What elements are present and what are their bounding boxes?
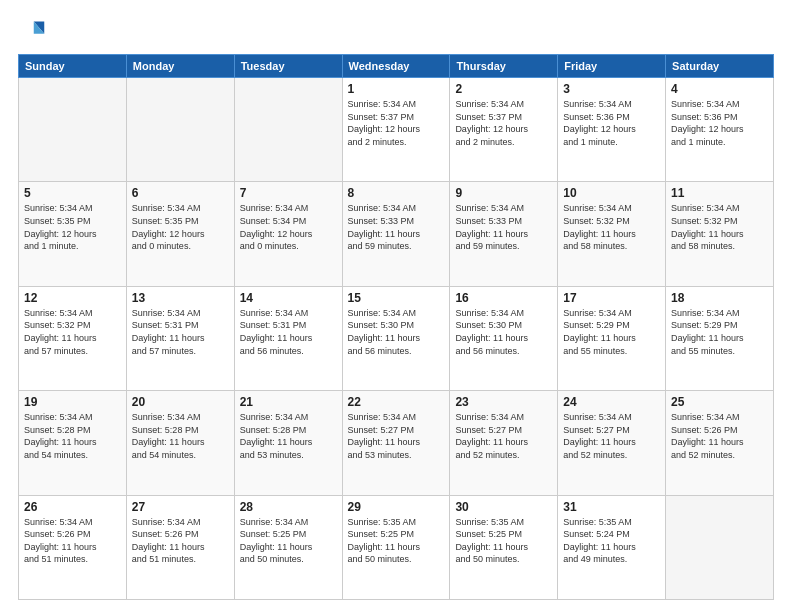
cell-info: Sunrise: 5:34 AM Sunset: 5:27 PM Dayligh…	[348, 411, 445, 461]
cell-info: Sunrise: 5:34 AM Sunset: 5:27 PM Dayligh…	[563, 411, 660, 461]
cell-info: Sunrise: 5:35 AM Sunset: 5:25 PM Dayligh…	[455, 516, 552, 566]
calendar-cell: 30Sunrise: 5:35 AM Sunset: 5:25 PM Dayli…	[450, 495, 558, 599]
cell-info: Sunrise: 5:34 AM Sunset: 5:27 PM Dayligh…	[455, 411, 552, 461]
calendar-week-4: 19Sunrise: 5:34 AM Sunset: 5:28 PM Dayli…	[19, 391, 774, 495]
day-number: 19	[24, 395, 121, 409]
cell-info: Sunrise: 5:35 AM Sunset: 5:25 PM Dayligh…	[348, 516, 445, 566]
day-number: 1	[348, 82, 445, 96]
day-header-monday: Monday	[126, 55, 234, 78]
calendar-cell: 28Sunrise: 5:34 AM Sunset: 5:25 PM Dayli…	[234, 495, 342, 599]
calendar-cell	[126, 78, 234, 182]
calendar-cell: 6Sunrise: 5:34 AM Sunset: 5:35 PM Daylig…	[126, 182, 234, 286]
calendar-cell: 8Sunrise: 5:34 AM Sunset: 5:33 PM Daylig…	[342, 182, 450, 286]
day-number: 28	[240, 500, 337, 514]
cell-info: Sunrise: 5:34 AM Sunset: 5:26 PM Dayligh…	[24, 516, 121, 566]
calendar-cell: 9Sunrise: 5:34 AM Sunset: 5:33 PM Daylig…	[450, 182, 558, 286]
cell-info: Sunrise: 5:34 AM Sunset: 5:32 PM Dayligh…	[671, 202, 768, 252]
calendar-cell: 24Sunrise: 5:34 AM Sunset: 5:27 PM Dayli…	[558, 391, 666, 495]
calendar-cell: 19Sunrise: 5:34 AM Sunset: 5:28 PM Dayli…	[19, 391, 127, 495]
day-header-sunday: Sunday	[19, 55, 127, 78]
calendar-header-row: SundayMondayTuesdayWednesdayThursdayFrid…	[19, 55, 774, 78]
logo	[18, 18, 50, 46]
calendar-cell: 11Sunrise: 5:34 AM Sunset: 5:32 PM Dayli…	[666, 182, 774, 286]
calendar-cell: 25Sunrise: 5:34 AM Sunset: 5:26 PM Dayli…	[666, 391, 774, 495]
day-number: 25	[671, 395, 768, 409]
calendar-cell: 27Sunrise: 5:34 AM Sunset: 5:26 PM Dayli…	[126, 495, 234, 599]
day-number: 11	[671, 186, 768, 200]
calendar-table: SundayMondayTuesdayWednesdayThursdayFrid…	[18, 54, 774, 600]
cell-info: Sunrise: 5:34 AM Sunset: 5:31 PM Dayligh…	[132, 307, 229, 357]
calendar-cell: 23Sunrise: 5:34 AM Sunset: 5:27 PM Dayli…	[450, 391, 558, 495]
cell-info: Sunrise: 5:34 AM Sunset: 5:33 PM Dayligh…	[348, 202, 445, 252]
cell-info: Sunrise: 5:34 AM Sunset: 5:28 PM Dayligh…	[240, 411, 337, 461]
calendar-cell: 29Sunrise: 5:35 AM Sunset: 5:25 PM Dayli…	[342, 495, 450, 599]
day-number: 13	[132, 291, 229, 305]
calendar-cell	[234, 78, 342, 182]
cell-info: Sunrise: 5:34 AM Sunset: 5:28 PM Dayligh…	[24, 411, 121, 461]
day-number: 9	[455, 186, 552, 200]
day-number: 10	[563, 186, 660, 200]
day-number: 20	[132, 395, 229, 409]
calendar-cell: 12Sunrise: 5:34 AM Sunset: 5:32 PM Dayli…	[19, 286, 127, 390]
cell-info: Sunrise: 5:34 AM Sunset: 5:36 PM Dayligh…	[671, 98, 768, 148]
day-header-thursday: Thursday	[450, 55, 558, 78]
calendar-week-1: 1Sunrise: 5:34 AM Sunset: 5:37 PM Daylig…	[19, 78, 774, 182]
calendar-week-5: 26Sunrise: 5:34 AM Sunset: 5:26 PM Dayli…	[19, 495, 774, 599]
day-number: 30	[455, 500, 552, 514]
cell-info: Sunrise: 5:34 AM Sunset: 5:34 PM Dayligh…	[240, 202, 337, 252]
day-number: 16	[455, 291, 552, 305]
day-header-wednesday: Wednesday	[342, 55, 450, 78]
calendar-cell: 3Sunrise: 5:34 AM Sunset: 5:36 PM Daylig…	[558, 78, 666, 182]
calendar-cell: 4Sunrise: 5:34 AM Sunset: 5:36 PM Daylig…	[666, 78, 774, 182]
cell-info: Sunrise: 5:34 AM Sunset: 5:26 PM Dayligh…	[132, 516, 229, 566]
day-number: 27	[132, 500, 229, 514]
day-number: 15	[348, 291, 445, 305]
calendar-week-3: 12Sunrise: 5:34 AM Sunset: 5:32 PM Dayli…	[19, 286, 774, 390]
cell-info: Sunrise: 5:34 AM Sunset: 5:25 PM Dayligh…	[240, 516, 337, 566]
day-number: 18	[671, 291, 768, 305]
calendar-cell: 14Sunrise: 5:34 AM Sunset: 5:31 PM Dayli…	[234, 286, 342, 390]
calendar-cell: 1Sunrise: 5:34 AM Sunset: 5:37 PM Daylig…	[342, 78, 450, 182]
day-number: 2	[455, 82, 552, 96]
cell-info: Sunrise: 5:34 AM Sunset: 5:33 PM Dayligh…	[455, 202, 552, 252]
day-number: 17	[563, 291, 660, 305]
calendar-cell: 7Sunrise: 5:34 AM Sunset: 5:34 PM Daylig…	[234, 182, 342, 286]
calendar-cell: 21Sunrise: 5:34 AM Sunset: 5:28 PM Dayli…	[234, 391, 342, 495]
calendar-cell: 10Sunrise: 5:34 AM Sunset: 5:32 PM Dayli…	[558, 182, 666, 286]
day-number: 26	[24, 500, 121, 514]
cell-info: Sunrise: 5:34 AM Sunset: 5:37 PM Dayligh…	[455, 98, 552, 148]
cell-info: Sunrise: 5:34 AM Sunset: 5:36 PM Dayligh…	[563, 98, 660, 148]
day-number: 8	[348, 186, 445, 200]
calendar-cell: 13Sunrise: 5:34 AM Sunset: 5:31 PM Dayli…	[126, 286, 234, 390]
cell-info: Sunrise: 5:34 AM Sunset: 5:35 PM Dayligh…	[24, 202, 121, 252]
day-header-friday: Friday	[558, 55, 666, 78]
calendar-cell: 18Sunrise: 5:34 AM Sunset: 5:29 PM Dayli…	[666, 286, 774, 390]
day-number: 31	[563, 500, 660, 514]
page: SundayMondayTuesdayWednesdayThursdayFrid…	[0, 0, 792, 612]
day-number: 12	[24, 291, 121, 305]
day-number: 6	[132, 186, 229, 200]
calendar-cell: 31Sunrise: 5:35 AM Sunset: 5:24 PM Dayli…	[558, 495, 666, 599]
cell-info: Sunrise: 5:34 AM Sunset: 5:30 PM Dayligh…	[455, 307, 552, 357]
cell-info: Sunrise: 5:34 AM Sunset: 5:32 PM Dayligh…	[563, 202, 660, 252]
cell-info: Sunrise: 5:34 AM Sunset: 5:29 PM Dayligh…	[671, 307, 768, 357]
day-number: 4	[671, 82, 768, 96]
calendar-cell: 2Sunrise: 5:34 AM Sunset: 5:37 PM Daylig…	[450, 78, 558, 182]
day-number: 21	[240, 395, 337, 409]
day-number: 14	[240, 291, 337, 305]
cell-info: Sunrise: 5:34 AM Sunset: 5:32 PM Dayligh…	[24, 307, 121, 357]
header	[18, 18, 774, 46]
calendar-cell: 26Sunrise: 5:34 AM Sunset: 5:26 PM Dayli…	[19, 495, 127, 599]
calendar-cell	[666, 495, 774, 599]
cell-info: Sunrise: 5:34 AM Sunset: 5:30 PM Dayligh…	[348, 307, 445, 357]
cell-info: Sunrise: 5:35 AM Sunset: 5:24 PM Dayligh…	[563, 516, 660, 566]
day-number: 29	[348, 500, 445, 514]
day-number: 3	[563, 82, 660, 96]
calendar-cell: 22Sunrise: 5:34 AM Sunset: 5:27 PM Dayli…	[342, 391, 450, 495]
day-header-saturday: Saturday	[666, 55, 774, 78]
cell-info: Sunrise: 5:34 AM Sunset: 5:29 PM Dayligh…	[563, 307, 660, 357]
day-number: 5	[24, 186, 121, 200]
logo-icon	[18, 18, 46, 46]
calendar-cell: 16Sunrise: 5:34 AM Sunset: 5:30 PM Dayli…	[450, 286, 558, 390]
day-number: 23	[455, 395, 552, 409]
